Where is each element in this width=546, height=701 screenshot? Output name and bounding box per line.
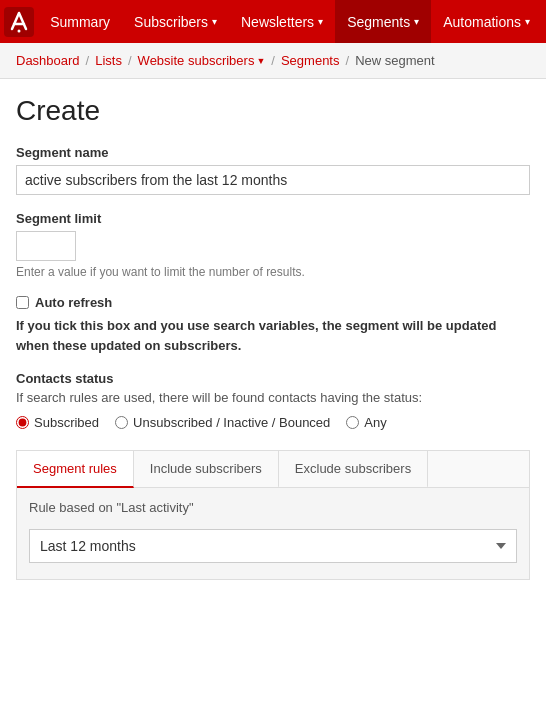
radio-row: Subscribed Unsubscribed / Inactive / Bou… — [16, 415, 530, 430]
breadcrumb-sep-4: / — [346, 53, 350, 68]
tabs-container: Segment rules Include subscribers Exclud… — [16, 450, 530, 580]
radio-any-input[interactable] — [346, 416, 359, 429]
newsletters-caret-icon: ▾ — [318, 16, 323, 27]
tabs-header: Segment rules Include subscribers Exclud… — [17, 451, 529, 488]
auto-refresh-checkbox[interactable] — [16, 296, 29, 309]
breadcrumb: Dashboard / Lists / Website subscribers … — [0, 43, 546, 79]
auto-refresh-group: Auto refresh If you tick this box and yo… — [16, 295, 530, 355]
radio-subscribed[interactable]: Subscribed — [16, 415, 99, 430]
tab-content-segment-rules: Rule based on "Last activity" Last 12 mo… — [17, 488, 529, 579]
radio-unsubscribed-input[interactable] — [115, 416, 128, 429]
website-subscribers-caret-icon: ▼ — [256, 56, 265, 66]
segment-name-label: Segment name — [16, 145, 530, 160]
radio-any-label: Any — [364, 415, 386, 430]
auto-refresh-description: If you tick this box and you use search … — [16, 316, 530, 355]
contacts-status-title: Contacts status — [16, 371, 530, 386]
auto-refresh-label[interactable]: Auto refresh — [35, 295, 112, 310]
radio-unsubscribed[interactable]: Unsubscribed / Inactive / Bounced — [115, 415, 330, 430]
breadcrumb-sep-1: / — [86, 53, 90, 68]
radio-subscribed-input[interactable] — [16, 416, 29, 429]
automations-caret-icon: ▾ — [525, 16, 530, 27]
segment-limit-help: Enter a value if you want to limit the n… — [16, 265, 530, 279]
tab-exclude-subscribers[interactable]: Exclude subscribers — [279, 451, 428, 488]
page-title: Create — [16, 95, 530, 127]
radio-subscribed-label: Subscribed — [34, 415, 99, 430]
segment-limit-input[interactable] — [16, 231, 76, 261]
tab-segment-rules[interactable]: Segment rules — [17, 451, 134, 488]
breadcrumb-lists[interactable]: Lists — [95, 53, 122, 68]
radio-unsubscribed-label: Unsubscribed / Inactive / Bounced — [133, 415, 330, 430]
nav-subscribers[interactable]: Subscribers ▾ — [122, 0, 229, 43]
breadcrumb-dashboard[interactable]: Dashboard — [16, 53, 80, 68]
nav-segments[interactable]: Segments ▾ — [335, 0, 431, 43]
breadcrumb-new-segment: New segment — [355, 53, 434, 68]
svg-point-1 — [18, 29, 21, 32]
contacts-status-desc: If search rules are used, there will be … — [16, 390, 530, 405]
breadcrumb-website-subscribers[interactable]: Website subscribers ▼ — [138, 53, 266, 68]
segment-name-group: Segment name — [16, 145, 530, 195]
contacts-status-group: Contacts status If search rules are used… — [16, 371, 530, 430]
segments-caret-icon: ▾ — [414, 16, 419, 27]
segment-name-input[interactable] — [16, 165, 530, 195]
radio-any[interactable]: Any — [346, 415, 386, 430]
breadcrumb-sep-3: / — [271, 53, 275, 68]
breadcrumb-sep-2: / — [128, 53, 132, 68]
top-nav: Summary Subscribers ▾ Newsletters ▾ Segm… — [0, 0, 546, 43]
rule-header: Rule based on "Last activity" — [29, 500, 517, 515]
nav-summary[interactable]: Summary — [38, 0, 122, 43]
auto-refresh-row: Auto refresh — [16, 295, 530, 310]
app-logo — [4, 4, 34, 40]
nav-automations[interactable]: Automations ▾ — [431, 0, 542, 43]
segment-limit-group: Segment limit Enter a value if you want … — [16, 211, 530, 279]
segment-limit-label: Segment limit — [16, 211, 530, 226]
last-activity-select[interactable]: Last 12 months Last 6 months Last 3 mont… — [29, 529, 517, 563]
breadcrumb-segments[interactable]: Segments — [281, 53, 340, 68]
main-content: Create Segment name Segment limit Enter … — [0, 79, 546, 600]
nav-newsletters[interactable]: Newsletters ▾ — [229, 0, 335, 43]
tab-include-subscribers[interactable]: Include subscribers — [134, 451, 279, 488]
subscribers-caret-icon: ▾ — [212, 16, 217, 27]
